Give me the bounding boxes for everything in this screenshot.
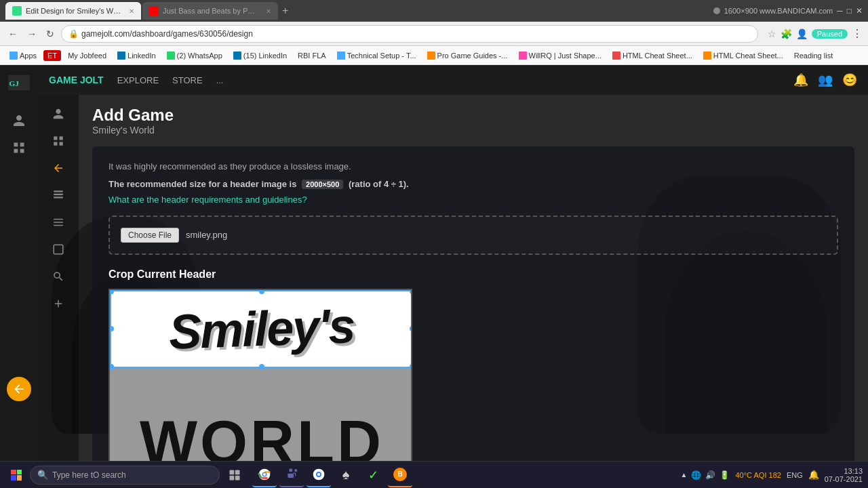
bookmark-htmlcs1[interactable]: HTML Cheat Sheet... <box>608 50 696 61</box>
taskbar-search[interactable]: 🔍 Type here tO search <box>30 466 220 485</box>
lock-icon: 🔒 <box>68 29 79 39</box>
bookmark-myjobfeed[interactable]: My Jobfeed <box>64 50 111 61</box>
recommended-size-label: The recommended size for a header image … <box>108 179 296 189</box>
profile-avatar[interactable]: 😊 <box>842 73 857 87</box>
notification-icon[interactable]: 🔔 <box>808 470 819 480</box>
bookmark-rbifla[interactable]: RBI FLA <box>294 50 330 61</box>
extensions-icon[interactable]: 🧩 <box>781 28 792 39</box>
browser-titlebar: Edit Design for Smiley's World - ✕ Just … <box>0 0 868 22</box>
gj-topnav-store[interactable]: STORE <box>172 75 203 85</box>
crop-container[interactable]: Smiley's <box>108 289 412 462</box>
start-button[interactable] <box>5 466 27 485</box>
bookmark-willrq-label: WillRQ | Just Shape... <box>529 52 601 60</box>
sidebar-icon-dashboard[interactable] <box>7 136 31 160</box>
gj-topnav-logo[interactable]: GAME JOLT <box>49 75 104 85</box>
tray-language[interactable]: ENG <box>787 471 803 479</box>
browser-tab-2[interactable]: Just Bass and Beats by Purunjay... ✕ <box>142 2 278 20</box>
file-name-display: smiley.png <box>186 230 227 240</box>
htmlcs1-favicon <box>612 52 620 60</box>
ratio-text: (ratio of 4 ÷ 1). <box>349 179 409 189</box>
taskbar-clock[interactable]: 13:13 07-07-2021 <box>825 467 863 483</box>
bookmark-willrq[interactable]: WillRQ | Just Shape... <box>515 50 606 61</box>
gj-sidebar: GJ <box>0 65 38 461</box>
svg-rect-3 <box>20 143 24 147</box>
browser-menu-button[interactable]: ⋮ <box>852 27 863 40</box>
taskbar-check-app[interactable]: ✓ <box>361 463 385 487</box>
bookmark-linkedin[interactable]: LinkedIn <box>113 50 160 61</box>
clock-time: 13:13 <box>825 467 863 475</box>
game-sidebar <box>38 95 79 461</box>
bookmark-linkedin2[interactable]: (15) LinkedIn <box>229 50 291 61</box>
taskview-button[interactable] <box>222 463 247 487</box>
tray-chevron[interactable]: ▲ <box>681 471 688 479</box>
gamejolt-logo[interactable]: GJ <box>7 70 31 95</box>
game-sidebar-grid[interactable] <box>47 130 69 152</box>
taskbar-teams[interactable] <box>279 463 304 487</box>
svg-rect-4 <box>14 149 18 153</box>
gj-topnav: GAME JOLT EXPLORE STORE ... 🔔 👥 😊 <box>38 65 868 95</box>
bookmarks-bar: Apps ET My Jobfeed LinkedIn (2) WhatsApp… <box>0 46 868 65</box>
game-sidebar-grid3[interactable] <box>47 211 69 233</box>
guidelines-link[interactable]: What are the header requirements and gui… <box>108 195 838 205</box>
svg-text:GJ: GJ <box>9 79 20 87</box>
notification-bell-icon[interactable]: 🔔 <box>793 73 808 87</box>
browser-content: GJ <box>0 65 868 461</box>
paused-badge[interactable]: Paused <box>812 29 848 39</box>
sidebar-icon-back[interactable] <box>7 377 31 401</box>
taskbar-bandicam[interactable]: B <box>388 463 412 487</box>
crop-section: Crop Current Header Smiley's <box>108 268 838 462</box>
bookmark-htmlcs2[interactable]: HTML Cheat Sheet... <box>699 50 787 61</box>
bookmark-whatsapp[interactable]: (2) WhatsApp <box>163 50 226 61</box>
new-tab-button[interactable]: + <box>278 5 292 17</box>
bookmark-techsetup[interactable]: Technical Setup - T... <box>333 50 420 61</box>
game-sidebar-person[interactable] <box>47 103 69 125</box>
url-text: gamejolt.com/dashboard/games/630056/desi… <box>81 29 253 39</box>
htmlcs2-favicon <box>703 52 711 60</box>
game-sidebar-search[interactable] <box>47 266 69 287</box>
refresh-button[interactable]: ↻ <box>43 27 57 41</box>
taskbar-steam[interactable]: ♠ <box>334 463 358 487</box>
browser-tab-1[interactable]: Edit Design for Smiley's World - ✕ <box>5 2 141 20</box>
svg-rect-14 <box>230 470 235 474</box>
content-card: It was highly recommended as they produc… <box>92 146 854 461</box>
bookmark-et[interactable]: ET <box>43 50 61 61</box>
friends-icon[interactable]: 👥 <box>818 73 833 87</box>
tab-close-1[interactable]: ✕ <box>129 7 134 15</box>
taskbar-chrome-2[interactable] <box>307 463 331 487</box>
svg-rect-7 <box>60 136 63 140</box>
gj-topnav-more[interactable]: ... <box>216 75 224 85</box>
window-maximize[interactable]: □ <box>847 6 852 16</box>
add-game-title: Add Game <box>92 106 868 125</box>
dashboard-main: Add Game Smiley's World It was highly re… <box>79 95 868 461</box>
tray-speaker-icon[interactable]: 🔊 <box>705 470 715 480</box>
back-button[interactable]: ← <box>5 27 20 41</box>
bookmark-apps[interactable]: Apps <box>5 50 41 61</box>
window-close[interactable]: ✕ <box>856 6 863 16</box>
bandicam-watermark <box>713 7 720 14</box>
svg-rect-17 <box>235 475 240 480</box>
whatsapp-favicon <box>167 52 175 60</box>
tab-close-2[interactable]: ✕ <box>266 7 271 15</box>
svg-rect-13 <box>54 245 63 254</box>
win-logo-q1 <box>11 470 16 475</box>
bookmark-progameguides[interactable]: Pro Game Guides -... <box>423 50 512 61</box>
choose-file-button[interactable]: Choose File <box>121 228 179 243</box>
game-sidebar-grid2[interactable] <box>47 184 69 206</box>
svg-rect-8 <box>54 142 57 146</box>
window-minimize[interactable]: ─ <box>837 6 843 16</box>
address-bar[interactable]: 🔒 gamejolt.com/dashboard/games/630056/de… <box>61 25 758 43</box>
sidebar-icon-person[interactable] <box>7 108 31 133</box>
windows-logo <box>11 470 22 481</box>
svg-rect-2 <box>14 143 18 147</box>
game-sidebar-add[interactable] <box>47 293 69 314</box>
bookmark-readinglist[interactable]: Reading list <box>790 50 837 61</box>
bookmark-star-icon[interactable]: ☆ <box>768 28 776 39</box>
forward-button[interactable]: → <box>24 27 39 41</box>
profile-icon[interactable]: 👤 <box>796 28 808 39</box>
taskbar-chrome-1[interactable] <box>252 463 277 487</box>
gj-topnav-explore[interactable]: EXPLORE <box>117 75 159 85</box>
game-sidebar-grid4[interactable] <box>47 239 69 260</box>
page-area: GAME JOLT EXPLORE STORE ... 🔔 👥 😊 <box>38 65 868 461</box>
game-sidebar-back[interactable] <box>47 157 69 179</box>
svg-point-20 <box>263 472 266 475</box>
